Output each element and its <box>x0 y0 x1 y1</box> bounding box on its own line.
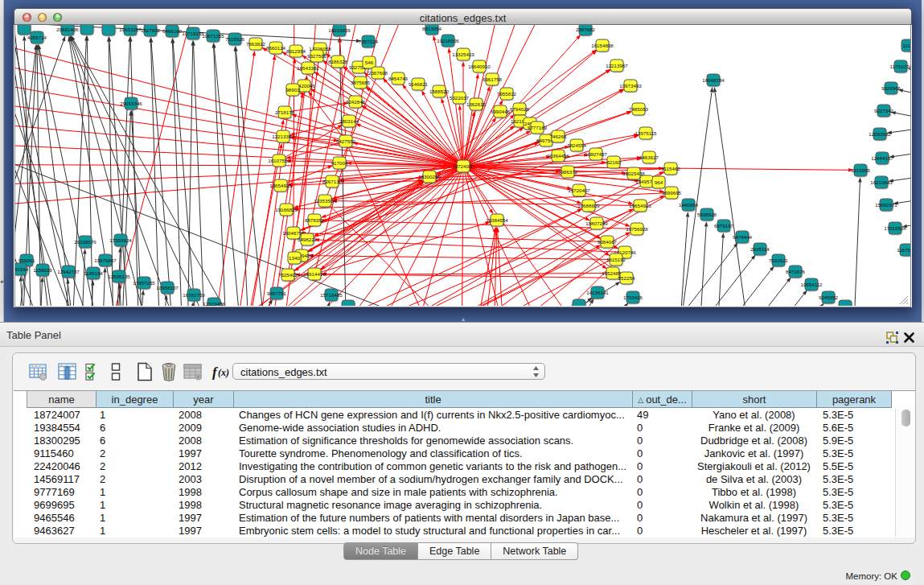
tab-node-table[interactable]: Node Table <box>343 542 418 560</box>
window-titlebar[interactable]: citations_edges.txt <box>14 8 912 25</box>
new-table-icon[interactable] <box>135 362 154 381</box>
select-rows-icon[interactable] <box>84 362 101 381</box>
graph-edge[interactable] <box>893 173 910 181</box>
graph-node-label: 10958107 <box>156 285 179 290</box>
graph-edge[interactable] <box>208 56 254 306</box>
graph-edge[interactable] <box>15 41 64 181</box>
show-columns-icon[interactable] <box>58 362 77 381</box>
graph-edge[interactable] <box>15 272 25 306</box>
graph-edge[interactable] <box>187 46 193 307</box>
graph-edge[interactable] <box>81 254 84 307</box>
graph-edge[interactable] <box>699 227 706 307</box>
table-row[interactable]: 969969511998Structural magnetic resonanc… <box>14 499 901 512</box>
graph-edge[interactable] <box>242 124 283 306</box>
table-row[interactable]: 946362711997Embryonic stem cells: a mode… <box>14 525 901 538</box>
delete-table-icon[interactable] <box>159 362 179 381</box>
function-builder-icon[interactable]: f (x) <box>211 362 232 381</box>
graph-edge[interactable] <box>892 125 910 133</box>
table-row[interactable]: 2242004622012Investigating the contribut… <box>14 460 901 473</box>
graph-edge[interactable] <box>463 167 628 204</box>
column-header-name[interactable]: name <box>27 391 97 408</box>
graph-edge[interactable] <box>214 48 227 307</box>
network-canvas[interactable]: 4055714206914061065326715276026466160107… <box>14 25 911 307</box>
graph-node[interactable] <box>839 300 852 306</box>
graph-edge[interactable] <box>717 238 723 307</box>
table-cell: 6 <box>100 435 172 447</box>
graph-node-label: 20206576 <box>74 239 97 245</box>
graph-edge[interactable] <box>462 167 463 307</box>
graph-node[interactable] <box>102 25 115 35</box>
network-graph[interactable]: 4055714206914061065326715276026466160107… <box>15 25 910 306</box>
scrollbar-thumb[interactable] <box>901 410 910 426</box>
table-row[interactable]: 1938455462009Genome-wide association stu… <box>14 422 901 435</box>
column-header-title[interactable]: title <box>234 391 633 408</box>
graph-edge[interactable] <box>853 183 860 307</box>
graph-edge[interactable] <box>173 43 183 307</box>
graph-node-label: 1588520 <box>429 89 450 94</box>
graph-edge[interactable] <box>898 196 910 204</box>
table-options-icon[interactable] <box>29 362 48 381</box>
graph-node[interactable] <box>573 299 585 306</box>
graph-edge[interactable] <box>72 41 183 306</box>
pane-collapse-marker[interactable] <box>0 277 6 284</box>
graph-edge[interactable] <box>370 90 463 167</box>
float-window-icon[interactable] <box>886 332 898 344</box>
graph-edge[interactable] <box>102 273 105 307</box>
tab-edge-table[interactable]: Edge Table <box>418 542 491 560</box>
graph-edge[interactable] <box>242 303 270 306</box>
graph-edge[interactable] <box>737 281 788 306</box>
table-row[interactable]: 911546021997Tourette syndrome. Phenomeno… <box>14 447 901 460</box>
column-header-pagerank[interactable]: pagerank <box>817 391 892 408</box>
graph-edge[interactable] <box>162 299 166 306</box>
graph-edge[interactable] <box>679 217 688 307</box>
graph-edge[interactable] <box>120 289 123 307</box>
table-row[interactable]: 1456911722003Disruption of a novel membe… <box>14 473 901 486</box>
graph-edge[interactable] <box>658 246 735 306</box>
column-header-out_de[interactable]: △out_de... <box>633 391 692 408</box>
table-row[interactable]: 1872400712008Changes of HCN gene express… <box>14 409 901 422</box>
graph-edge[interactable] <box>339 247 597 306</box>
column-header-year[interactable]: year <box>174 391 234 408</box>
graph-edge[interactable] <box>907 219 910 226</box>
graph-node-label: 12942737 <box>57 269 80 274</box>
graph-edge[interactable] <box>325 25 419 201</box>
import-table-icon[interactable] <box>183 362 203 381</box>
graph-edge[interactable] <box>151 43 161 307</box>
graph-edge[interactable] <box>166 184 420 306</box>
graph-edge[interactable] <box>87 41 93 307</box>
graph-node-label: 9327506 <box>307 53 327 59</box>
graph-edge[interactable] <box>896 113 910 123</box>
graph-edge[interactable] <box>236 51 249 307</box>
table-vertical-scrollbar[interactable] <box>895 409 915 537</box>
close-panel-icon[interactable] <box>904 332 914 343</box>
graph-edge[interactable] <box>194 46 205 307</box>
graph-edge[interactable] <box>684 258 752 306</box>
graph-node-label: 16107553 <box>268 158 290 163</box>
tab-network-table[interactable]: Network Table <box>491 542 578 560</box>
graph-node[interactable] <box>18 25 31 35</box>
table-row[interactable]: 1830029562008Estimation of significance … <box>14 435 901 447</box>
row-height-icon[interactable] <box>111 362 121 381</box>
graph-edge[interactable] <box>894 149 910 157</box>
column-header-in_degree[interactable]: in_degree <box>97 391 174 408</box>
table-select[interactable]: citations_edges.txt <box>232 363 545 380</box>
graph-edge[interactable] <box>306 233 607 242</box>
column-header-short[interactable]: short <box>692 391 817 408</box>
window-resize-grip[interactable] <box>899 295 909 305</box>
graph-edge[interactable] <box>15 159 419 307</box>
graph-edge[interactable] <box>467 232 495 306</box>
graph-edge[interactable] <box>463 167 515 307</box>
table-row[interactable]: 946554611997Estimation of the future num… <box>14 512 901 525</box>
table-panel: Table Panel <box>0 322 924 585</box>
graph-edge[interactable] <box>72 40 218 306</box>
table-cell: 5.3E-5 <box>823 447 890 459</box>
graph-edge[interactable] <box>15 169 84 307</box>
graph-node[interactable] <box>80 25 93 35</box>
graph-node[interactable] <box>342 300 355 306</box>
graph-edge[interactable] <box>214 47 242 306</box>
graph-edge[interactable] <box>236 51 267 306</box>
table-row[interactable]: 977716911998Corpus callosum shape and si… <box>14 486 901 499</box>
graph-node-label: 2803144 <box>339 118 359 124</box>
graph-edge[interactable] <box>903 91 910 101</box>
graph-edge[interactable] <box>715 92 750 306</box>
